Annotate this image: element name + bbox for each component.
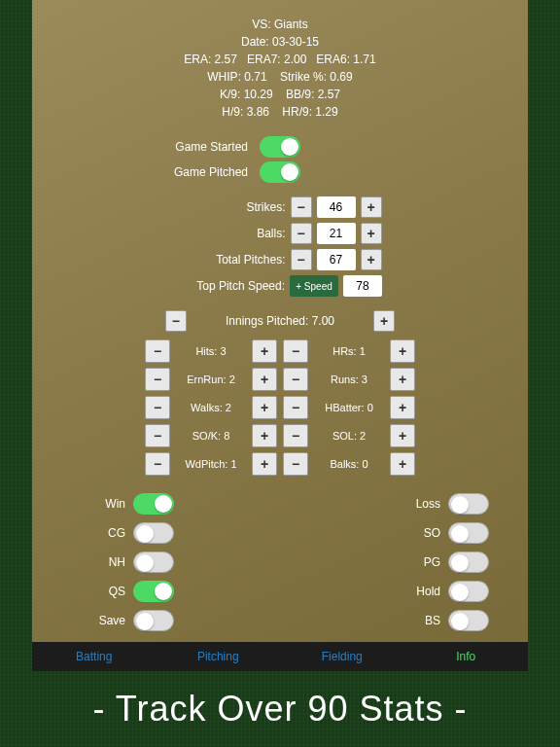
innings-plus[interactable]: + (373, 310, 395, 332)
header-stats: VS: Giants Date: 03-30-15 ERA: 2.57 ERA7… (32, 16, 528, 121)
stat-left-4-minus[interactable]: − (145, 452, 170, 476)
result-left-0-label: Win (71, 497, 125, 511)
stat-right-1-minus[interactable]: − (283, 368, 308, 391)
result-left-2-label: NH (71, 555, 125, 569)
balls-value: 21 (317, 223, 356, 244)
strikes-label: Strikes: (179, 200, 286, 214)
strikes-minus[interactable]: − (291, 196, 312, 218)
stat-left-0-label: Hits: 3 (176, 339, 246, 363)
stat-left-1-plus[interactable]: + (252, 368, 277, 391)
total-minus[interactable]: − (291, 249, 312, 270)
game-pitched-label: Game Pitched (98, 165, 254, 179)
stat-right-0-minus[interactable]: − (283, 339, 308, 363)
pitch-counters: Strikes: − 46 + Balls: − 21 + Total Pitc… (32, 196, 528, 297)
stat-right-0-plus[interactable]: + (390, 339, 415, 363)
result-right-2-label: PG (386, 555, 440, 569)
stat-right-4-minus[interactable]: − (283, 452, 308, 476)
stat-left-2-minus[interactable]: − (145, 396, 170, 419)
tab-fielding[interactable]: Fielding (280, 642, 404, 671)
result-right-1-toggle[interactable] (448, 522, 489, 544)
result-toggle-row: NH (71, 551, 174, 573)
stat-right-2-minus[interactable]: − (283, 396, 308, 419)
innings-label: Innings Pitched: 7.00 (226, 314, 334, 328)
total-value: 67 (317, 249, 356, 270)
total-plus[interactable]: + (361, 249, 382, 270)
result-left-3-label: QS (71, 585, 125, 598)
result-left-4-label: Save (71, 614, 125, 627)
result-left-4-toggle[interactable] (133, 610, 174, 631)
result-toggle-row: CG (71, 522, 174, 544)
stat-left-1-label: ErnRun: 2 (176, 368, 246, 391)
whip-line: WHIP: 0.71 Strike %: 0.69 (32, 68, 528, 86)
result-toggle-row: Loss (386, 493, 489, 515)
game-pitched-toggle[interactable] (260, 161, 300, 183)
stat-left-3-plus[interactable]: + (252, 424, 277, 447)
k9-line: K/9: 10.29 BB/9: 2.57 (32, 86, 528, 103)
result-toggle-row: QS (71, 581, 174, 602)
result-toggle-row: Hold (386, 581, 489, 602)
stat-right-1-plus[interactable]: + (390, 368, 415, 391)
stat-left-0-minus[interactable]: − (145, 339, 170, 363)
tab-bar: Batting Pitching Fielding Info (32, 642, 528, 671)
result-right-4-label: BS (386, 614, 440, 627)
strikes-plus[interactable]: + (361, 196, 382, 218)
total-pitches-label: Total Pitches: (179, 253, 286, 267)
strikes-value: 46 (317, 196, 356, 218)
result-toggles: WinCGNHQSSave LossSOPGHoldBS (32, 493, 528, 631)
balls-plus[interactable]: + (361, 223, 382, 244)
stat-right-1-label: Runs: 3 (314, 368, 384, 391)
vs-line: VS: Giants (32, 16, 528, 33)
result-left-3-toggle[interactable] (133, 581, 174, 602)
h9-line: H/9: 3.86 HR/9: 1.29 (32, 103, 528, 121)
stat-right-3-plus[interactable]: + (390, 424, 415, 447)
result-right-3-label: Hold (386, 585, 440, 598)
stat-right-4-plus[interactable]: + (390, 452, 415, 476)
balls-label: Balls: (179, 227, 286, 240)
tab-info[interactable]: Info (404, 642, 529, 671)
game-started-label: Game Started (98, 140, 254, 154)
result-right-3-toggle[interactable] (448, 581, 489, 602)
stat-left-3-label: SO/K: 8 (176, 424, 246, 447)
result-toggle-row: Win (71, 493, 174, 515)
stat-left-3-minus[interactable]: − (145, 424, 170, 447)
result-toggle-row: BS (386, 610, 489, 631)
result-left-2-toggle[interactable] (133, 551, 174, 573)
game-started-toggle[interactable] (260, 136, 300, 158)
result-toggle-row: Save (71, 610, 174, 631)
era-line: ERA: 2.57 ERA7: 2.00 ERA6: 1.71 (32, 51, 528, 68)
top-speed-label: Top Pitch Speed: (178, 279, 285, 293)
stat-left-4-plus[interactable]: + (252, 452, 277, 476)
top-speed-value: 78 (343, 275, 382, 297)
result-right-0-toggle[interactable] (448, 493, 489, 515)
tab-pitching[interactable]: Pitching (157, 642, 281, 671)
balls-minus[interactable]: − (291, 223, 312, 244)
date-line: Date: 03-30-15 (32, 33, 528, 51)
stat-left-1-minus[interactable]: − (145, 368, 170, 391)
stat-right-2-label: HBatter: 0 (314, 396, 384, 419)
innings-row: − Innings Pitched: 7.00 + (32, 310, 528, 332)
stat-right-4-label: Balks: 0 (314, 452, 384, 476)
result-right-1-label: SO (386, 526, 440, 540)
result-right-2-toggle[interactable] (448, 551, 489, 573)
tab-batting[interactable]: Batting (32, 642, 157, 671)
game-toggles: Game Started Game Pitched (32, 136, 528, 183)
pitching-stats-panel: VS: Giants Date: 03-30-15 ERA: 2.57 ERA7… (32, 0, 528, 671)
result-left-1-toggle[interactable] (133, 522, 174, 544)
result-left-1-label: CG (71, 526, 125, 540)
stat-left-4-label: WdPitch: 1 (176, 452, 246, 476)
stat-left-2-plus[interactable]: + (252, 396, 277, 419)
stat-left-2-label: Walks: 2 (176, 396, 246, 419)
stat-right-3-label: SOL: 2 (314, 424, 384, 447)
promo-caption: - Track Over 90 Stats - (92, 689, 467, 729)
stat-left-0-plus[interactable]: + (252, 339, 277, 363)
result-toggle-row: SO (386, 522, 489, 544)
result-right-4-toggle[interactable] (448, 610, 489, 631)
result-left-0-toggle[interactable] (133, 493, 174, 515)
result-right-0-label: Loss (386, 497, 440, 511)
stat-right-2-plus[interactable]: + (390, 396, 415, 419)
stat-grid: −−−−− Hits: 3ErnRun: 2Walks: 2SO/K: 8WdP… (32, 339, 528, 476)
stat-right-3-minus[interactable]: − (283, 424, 308, 447)
add-speed-button[interactable]: + Speed (290, 275, 338, 297)
innings-minus[interactable]: − (165, 310, 187, 332)
result-toggle-row: PG (386, 551, 489, 573)
